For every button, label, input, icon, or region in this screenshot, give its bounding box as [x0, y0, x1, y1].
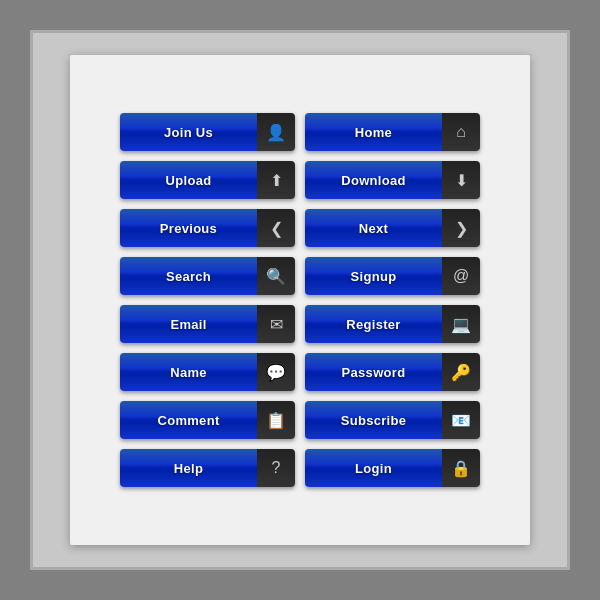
login-button[interactable]: Login🔒	[305, 449, 480, 487]
upload-icon: ⬆	[257, 161, 295, 199]
upload-label: Upload	[120, 161, 257, 199]
home-label: Home	[305, 113, 442, 151]
upload-button[interactable]: Upload⬆	[120, 161, 295, 199]
subscribe-label: Subscribe	[305, 401, 442, 439]
help-button[interactable]: Help?	[120, 449, 295, 487]
next-label: Next	[305, 209, 442, 247]
password-icon: 🔑	[442, 353, 480, 391]
button-grid: Join Us👤Home⌂Upload⬆Download⬇Previous❮Ne…	[100, 93, 500, 507]
home-button[interactable]: Home⌂	[305, 113, 480, 151]
register-label: Register	[305, 305, 442, 343]
email-button[interactable]: Email✉	[120, 305, 295, 343]
home-icon: ⌂	[442, 113, 480, 151]
comment-button[interactable]: Comment📋	[120, 401, 295, 439]
download-label: Download	[305, 161, 442, 199]
comment-label: Comment	[120, 401, 257, 439]
login-label: Login	[305, 449, 442, 487]
signup-icon: @	[442, 257, 480, 295]
name-icon: 💬	[257, 353, 295, 391]
join-us-button[interactable]: Join Us👤	[120, 113, 295, 151]
previous-icon: ❮	[257, 209, 295, 247]
email-label: Email	[120, 305, 257, 343]
outer-frame: Join Us👤Home⌂Upload⬆Download⬇Previous❮Ne…	[30, 30, 570, 570]
help-label: Help	[120, 449, 257, 487]
login-icon: 🔒	[442, 449, 480, 487]
subscribe-icon: 📧	[442, 401, 480, 439]
search-icon: 🔍	[257, 257, 295, 295]
search-label: Search	[120, 257, 257, 295]
inner-card: Join Us👤Home⌂Upload⬆Download⬇Previous❮Ne…	[70, 55, 530, 545]
help-icon: ?	[257, 449, 295, 487]
previous-label: Previous	[120, 209, 257, 247]
email-icon: ✉	[257, 305, 295, 343]
password-label: Password	[305, 353, 442, 391]
register-icon: 💻	[442, 305, 480, 343]
signup-button[interactable]: Signup@	[305, 257, 480, 295]
subscribe-button[interactable]: Subscribe📧	[305, 401, 480, 439]
name-button[interactable]: Name💬	[120, 353, 295, 391]
signup-label: Signup	[305, 257, 442, 295]
register-button[interactable]: Register💻	[305, 305, 480, 343]
next-button[interactable]: Next❯	[305, 209, 480, 247]
previous-button[interactable]: Previous❮	[120, 209, 295, 247]
password-button[interactable]: Password🔑	[305, 353, 480, 391]
search-button[interactable]: Search🔍	[120, 257, 295, 295]
download-button[interactable]: Download⬇	[305, 161, 480, 199]
next-icon: ❯	[442, 209, 480, 247]
download-icon: ⬇	[442, 161, 480, 199]
join-us-icon: 👤	[257, 113, 295, 151]
comment-icon: 📋	[257, 401, 295, 439]
join-us-label: Join Us	[120, 113, 257, 151]
name-label: Name	[120, 353, 257, 391]
